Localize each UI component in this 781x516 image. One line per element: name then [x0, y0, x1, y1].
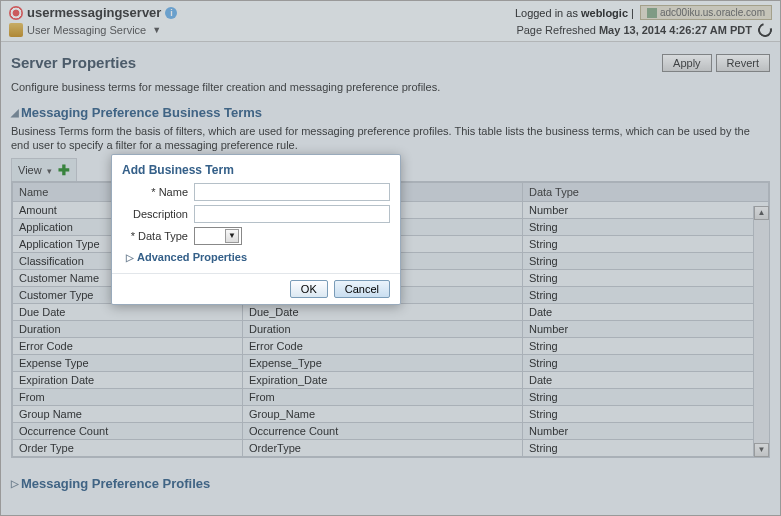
dialog-title: Add Business Term	[112, 155, 400, 183]
add-business-term-dialog: Add Business Term Name Description Data …	[111, 154, 401, 305]
description-input[interactable]	[194, 205, 390, 223]
ok-button[interactable]: OK	[290, 280, 328, 298]
advanced-label: Advanced Properties	[137, 251, 247, 263]
description-label: Description	[122, 208, 194, 220]
name-input[interactable]	[194, 183, 390, 201]
data-type-select[interactable]: ▼	[194, 227, 242, 245]
data-type-label: Data Type	[122, 230, 194, 242]
cancel-button[interactable]: Cancel	[334, 280, 390, 298]
chevron-down-icon: ▼	[225, 229, 239, 243]
expand-icon	[126, 252, 134, 263]
advanced-properties-toggle[interactable]: Advanced Properties	[126, 251, 390, 263]
name-label: Name	[122, 186, 194, 198]
